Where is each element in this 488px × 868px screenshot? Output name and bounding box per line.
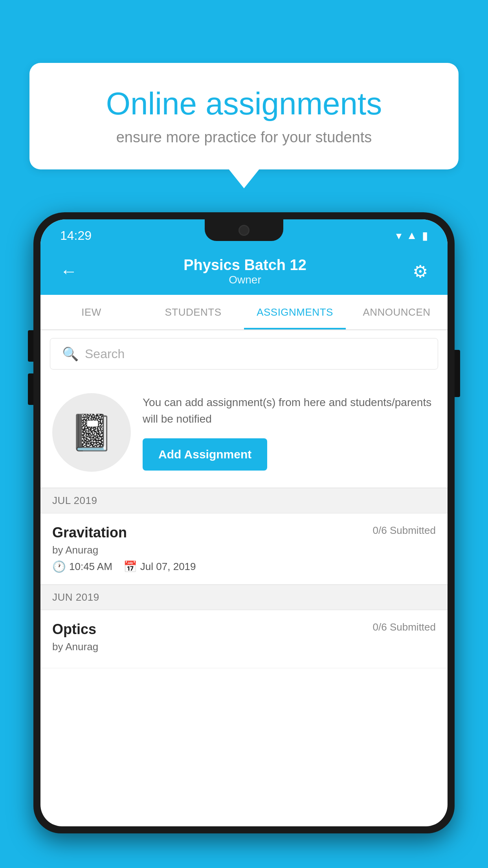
battery-icon: ▮	[422, 229, 428, 242]
tab-students[interactable]: STUDENTS	[142, 295, 244, 329]
phone-container: 14:29 ▾ ▲ ▮ ← Physics Batch 12 Owner ⚙	[33, 212, 455, 868]
add-assignment-section: 📓 You can add assignment(s) from here an…	[40, 377, 448, 488]
phone-screen: 14:29 ▾ ▲ ▮ ← Physics Batch 12 Owner ⚙	[40, 219, 448, 826]
calendar-icon: 📅	[123, 560, 137, 573]
assignment-item-gravitation[interactable]: Gravitation 0/6 Submitted by Anurag 🕐 10…	[40, 513, 448, 585]
phone-outer: 14:29 ▾ ▲ ▮ ← Physics Batch 12 Owner ⚙	[33, 212, 455, 833]
search-icon: 🔍	[62, 346, 79, 362]
app-bar: ← Physics Batch 12 Owner ⚙	[40, 248, 448, 295]
volume-up-button[interactable]	[28, 330, 33, 362]
assignment-by-optics: by Anurag	[52, 641, 436, 653]
status-icons: ▾ ▲ ▮	[396, 229, 428, 242]
bubble-title: Online assignments	[57, 86, 431, 121]
section-header-jun-text: JUN 2019	[52, 591, 99, 603]
search-container: 🔍 Search	[40, 330, 448, 377]
speech-bubble: Online assignments ensure more practice …	[29, 63, 459, 169]
assignment-name-optics: Optics	[52, 621, 96, 638]
phone-notch	[205, 219, 283, 241]
assignment-name-gravitation: Gravitation	[52, 524, 127, 541]
tab-announcements[interactable]: ANNOUNCEN	[346, 295, 448, 329]
wifi-icon: ▾	[396, 229, 402, 242]
speech-bubble-container: Online assignments ensure more practice …	[29, 63, 459, 169]
signal-icon: ▲	[406, 229, 417, 242]
assignment-submitted-optics: 0/6 Submitted	[373, 621, 436, 633]
assignment-meta-gravitation: 🕐 10:45 AM 📅 Jul 07, 2019	[52, 560, 436, 573]
tab-iew[interactable]: IEW	[40, 295, 142, 329]
clock-icon: 🕐	[52, 560, 66, 573]
volume-down-button[interactable]	[28, 373, 33, 405]
assignment-row-top: Gravitation 0/6 Submitted	[52, 524, 436, 541]
notebook-illustration: 📓	[52, 393, 131, 472]
add-section-description: You can add assignment(s) from here and …	[143, 394, 436, 427]
back-button[interactable]: ←	[56, 257, 81, 285]
assignment-date-gravitation: 📅 Jul 07, 2019	[123, 560, 196, 573]
assignment-item-optics[interactable]: Optics 0/6 Submitted by Anurag	[40, 610, 448, 668]
assignment-by-gravitation: by Anurag	[52, 544, 436, 556]
section-header-jul-text: JUL 2019	[52, 495, 97, 506]
notebook-icon: 📓	[70, 412, 114, 453]
search-bar[interactable]: 🔍 Search	[50, 338, 438, 370]
front-camera	[238, 225, 250, 236]
assignment-submitted-gravitation: 0/6 Submitted	[373, 524, 436, 537]
section-header-jul: JUL 2019	[40, 488, 448, 513]
assignment-time-gravitation: 🕐 10:45 AM	[52, 560, 112, 573]
tabs-bar: IEW STUDENTS ASSIGNMENTS ANNOUNCEN	[40, 295, 448, 330]
app-bar-subtitle: Owner	[81, 274, 409, 286]
status-time: 14:29	[60, 228, 92, 243]
tab-assignments[interactable]: ASSIGNMENTS	[244, 295, 346, 329]
power-button[interactable]	[455, 350, 460, 397]
settings-button[interactable]: ⚙	[409, 257, 432, 285]
app-bar-title-section: Physics Batch 12 Owner	[81, 257, 409, 286]
assignment-row-top-optics: Optics 0/6 Submitted	[52, 621, 436, 638]
app-bar-title: Physics Batch 12	[81, 257, 409, 274]
add-assignment-button[interactable]: Add Assignment	[143, 438, 267, 471]
add-section-right: You can add assignment(s) from here and …	[143, 394, 436, 471]
bubble-subtitle: ensure more practice for your students	[57, 129, 431, 146]
section-header-jun: JUN 2019	[40, 585, 448, 610]
search-placeholder: Search	[85, 347, 125, 361]
